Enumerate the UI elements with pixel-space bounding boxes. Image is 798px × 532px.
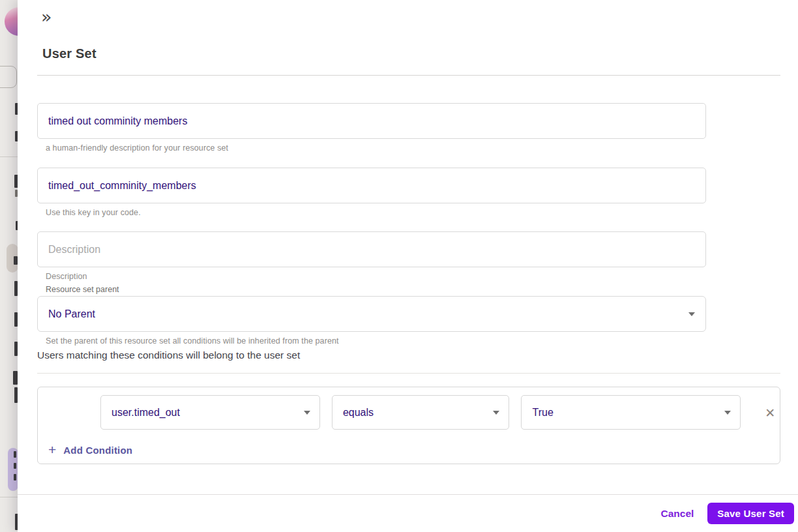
parent-helper-text: Set the parent of this resource set all … (46, 336, 780, 346)
add-condition-button[interactable]: + Add Condition (48, 443, 132, 456)
sidebar-banner-text-fragment (14, 463, 16, 469)
plus-icon: + (48, 443, 56, 456)
sidebar-divider (0, 497, 18, 497)
sidebar-banner-text-fragment (14, 474, 16, 480)
sidebar-banner-fragment (8, 448, 18, 491)
conditions-intro-text: Users matching these conditions will bel… (37, 349, 780, 361)
page-title: User Set (42, 46, 780, 61)
header-divider (37, 75, 780, 76)
chevron-down-icon (493, 411, 499, 415)
key-input[interactable] (37, 168, 706, 203)
name-input[interactable] (37, 103, 706, 139)
chevron-down-icon (304, 411, 310, 415)
condition-operator-value: equals (343, 407, 374, 419)
user-set-drawer: » User Set a human-friendly description … (18, 0, 798, 532)
condition-row: user.timed_out equals True ✕ (38, 387, 780, 430)
add-condition-label: Add Condition (63, 445, 132, 456)
sidebar-search-fragment (0, 66, 17, 88)
parent-select-label: Resource set parent (46, 285, 780, 294)
condition-value-value: True (532, 407, 553, 419)
condition-field-value: user.timed_out (111, 407, 180, 419)
sidebar-item-fragment (13, 371, 18, 385)
description-helper-text: Description (46, 272, 780, 281)
parent-select[interactable]: No Parent (37, 296, 706, 332)
condition-field-select[interactable]: user.timed_out (100, 395, 320, 430)
parent-select-value: No Parent (48, 308, 95, 320)
collapse-drawer-icon[interactable]: » (41, 8, 52, 26)
chevron-down-icon (688, 312, 695, 316)
drawer-footer: Cancel Save User Set (18, 494, 798, 532)
conditions-divider (37, 373, 780, 374)
condition-card: user.timed_out equals True ✕ + Add Condi… (37, 387, 780, 464)
sidebar-banner-text-fragment (14, 451, 16, 458)
description-input[interactable] (37, 231, 706, 267)
save-user-set-button[interactable]: Save User Set (707, 503, 794, 524)
chevron-down-icon (724, 411, 731, 415)
cancel-button[interactable]: Cancel (655, 504, 699, 524)
condition-value-select[interactable]: True (521, 395, 741, 430)
condition-operator-select[interactable]: equals (332, 395, 510, 430)
sidebar-divider (0, 156, 18, 157)
name-helper-text: a human-friendly description for your re… (46, 143, 780, 153)
key-helper-text: Use this key in your code. (46, 208, 780, 217)
remove-condition-icon[interactable]: ✕ (760, 403, 780, 422)
dimmed-sidebar (0, 0, 18, 532)
